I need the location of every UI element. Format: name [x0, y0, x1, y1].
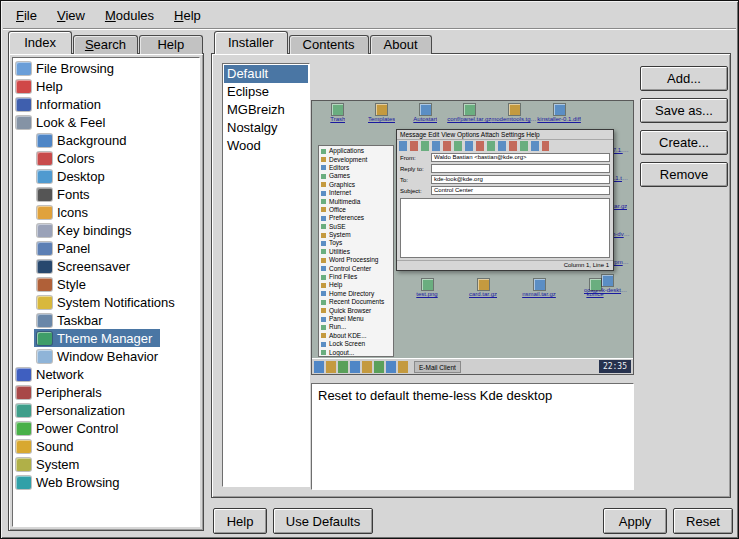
k-menu-item: Quick Browser: [321, 306, 391, 314]
k-menu-item-label: Quick Browser: [329, 307, 371, 315]
tree-item[interactable]: Colors: [34, 149, 98, 167]
mail-field-input: [431, 164, 610, 173]
k-menu-item: Help: [321, 281, 391, 289]
tree-item[interactable]: Web Browsing: [13, 473, 123, 491]
save-as-button[interactable]: Save as...: [640, 98, 728, 123]
mail-field-label: Subject:: [400, 188, 428, 194]
tree-item[interactable]: Background: [34, 131, 129, 149]
tree-item[interactable]: Sound: [13, 437, 77, 455]
k-menu-item-label: Recent Documents: [329, 298, 384, 306]
tree-item[interactable]: System Notifications: [34, 293, 178, 311]
tree-item-label: Power Control: [36, 421, 118, 436]
reset-button[interactable]: Reset: [673, 508, 733, 534]
k-menu-item-label: Lock Screen: [329, 340, 365, 348]
desktop-icon: Templates: [360, 104, 404, 123]
tree-item[interactable]: Fonts: [34, 185, 93, 203]
k-menu-item: System: [321, 231, 391, 239]
tree-item[interactable]: Power Control: [13, 419, 121, 437]
tree-item-icon: [37, 278, 52, 291]
tree-item-icon: [37, 242, 52, 255]
left-tab-bar: IndexSearchHelp: [8, 31, 204, 54]
desktop-icon-label: koffice: [586, 291, 603, 298]
k-menu-item: Games: [321, 172, 391, 180]
k-menu-item: Word Processing: [321, 256, 391, 264]
menu-item[interactable]: Help: [165, 5, 210, 26]
k-menu-item: Multimedia: [321, 197, 391, 205]
tree-item-icon: [37, 260, 52, 273]
tree-item-label: Help: [36, 79, 63, 94]
add-button[interactable]: Add...: [640, 66, 728, 91]
k-menu-item: Run...: [321, 323, 391, 331]
tree-item[interactable]: Desktop: [34, 167, 108, 185]
remove-button[interactable]: Remove: [640, 162, 728, 187]
left-tab[interactable]: Help: [139, 35, 203, 54]
right-tab[interactable]: Contents: [289, 35, 369, 54]
k-menu-item-label: SuSE: [329, 223, 346, 231]
right-tab[interactable]: About: [370, 35, 432, 54]
left-tab[interactable]: Search: [73, 35, 137, 54]
menu-item[interactable]: View: [48, 5, 94, 26]
tree-item[interactable]: Icons: [34, 203, 91, 221]
create-button[interactable]: Create...: [640, 130, 728, 155]
tree-item[interactable]: Information: [13, 95, 104, 113]
k-menu-item-icon: [321, 207, 326, 212]
desktop-icons-top: Trash Templates Autostart conf/p: [316, 104, 581, 123]
k-menu-item-icon: [321, 233, 326, 238]
menubar: FileViewModulesHelp: [3, 3, 736, 29]
tree-item-label: Information: [36, 97, 101, 112]
tree-item-icon: [37, 296, 52, 309]
tree-item[interactable]: File Browsing: [13, 59, 117, 77]
tree-item-label: Background: [57, 133, 126, 148]
theme-list-item[interactable]: MGBreizh: [224, 101, 308, 119]
mail-header-fields: From: Waldo Bastian <bastian@kde.org> Re…: [397, 152, 613, 196]
mail-field-row: Reply to:: [397, 163, 613, 174]
use-defaults-button[interactable]: Use Defaults: [273, 508, 373, 534]
menu-item[interactable]: Modules: [96, 5, 163, 26]
tree-item[interactable]: Help: [13, 77, 66, 95]
k-menu-item-label: Control Center: [329, 265, 371, 273]
k-menu-item: Logout...: [321, 348, 391, 356]
theme-list-item[interactable]: Default: [224, 65, 308, 83]
k-menu-item: Home Directory: [321, 290, 391, 298]
tree-item[interactable]: Screensaver: [34, 257, 133, 275]
k-menu-item: Internet: [321, 189, 391, 197]
k-menu-item-icon: [321, 149, 326, 154]
k-menu-item-label: Help: [329, 281, 342, 289]
kde-control-center-window: FileViewModulesHelp IndexSearchHelp File…: [0, 0, 739, 539]
installer-panel: DefaultEclipseMGBreizhNostalgyWood Trash…: [211, 53, 731, 498]
tree-item-icon: [37, 350, 52, 363]
tree-item[interactable]: Taskbar: [34, 311, 106, 329]
help-button[interactable]: Help: [213, 508, 267, 534]
theme-list-item[interactable]: Eclipse: [224, 83, 308, 101]
k-menu-item-label: Graphics: [329, 181, 355, 189]
tree-item[interactable]: Look & Feel: [13, 113, 108, 131]
tree-item[interactable]: Style: [34, 275, 89, 293]
menu-item[interactable]: File: [7, 5, 46, 26]
k-menu-item-icon: [321, 342, 326, 347]
mail-field-row: To: kde-look@kde.org: [397, 174, 613, 185]
tree-item[interactable]: Personalization: [13, 401, 128, 419]
tree-item[interactable]: Network: [13, 365, 87, 383]
right-tab[interactable]: Installer: [214, 31, 288, 54]
k-menu-item-icon: [321, 325, 326, 330]
tree-item[interactable]: Window Behavior: [34, 347, 161, 365]
tree-item[interactable]: Key bindings: [34, 221, 134, 239]
apply-button[interactable]: Apply: [603, 508, 667, 534]
tree-item[interactable]: Panel: [34, 239, 93, 257]
tree-item[interactable]: Peripherals: [13, 383, 105, 401]
left-tab[interactable]: Index: [8, 31, 72, 54]
tree-item-icon: [16, 80, 31, 93]
k-menu-item-label: Run...: [329, 323, 346, 331]
theme-list-item[interactable]: Wood: [224, 137, 308, 155]
k-menu-item-label: System: [329, 231, 351, 239]
tree-item[interactable]: System: [13, 455, 82, 473]
tree-item[interactable]: Theme Manager: [34, 329, 160, 347]
tree-item-label: Fonts: [57, 187, 90, 202]
desktop-icon: test.png: [404, 279, 450, 298]
k-menu-item-label: Multimedia: [329, 198, 360, 206]
desktop-icon: koffice: [572, 279, 618, 298]
k-menu-item: Graphics: [321, 181, 391, 189]
theme-list-item[interactable]: Nostalgy: [224, 119, 308, 137]
k-menu-item-icon: [321, 174, 326, 179]
module-tree-panel: File Browsing Help Information Look & Fe…: [8, 53, 204, 531]
